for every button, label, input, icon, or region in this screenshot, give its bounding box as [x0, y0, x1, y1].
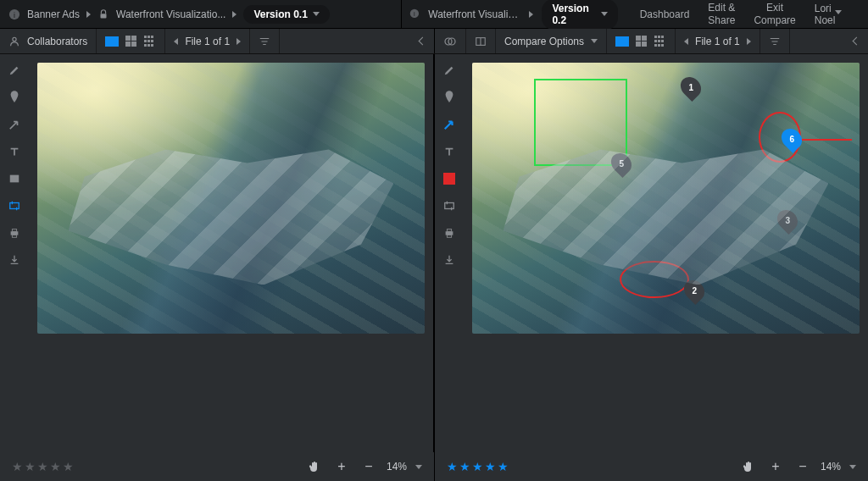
nav-edit-share[interactable]: Edit &Share: [703, 2, 740, 26]
svg-rect-11: [11, 231, 19, 235]
chevron-down-icon: [313, 12, 320, 16]
filter-button[interactable]: [250, 29, 280, 53]
rect-tool-icon[interactable]: [7, 171, 22, 186]
canvas-left[interactable]: [29, 54, 433, 452]
annotation-pin-5[interactable]: 5: [612, 152, 631, 174]
footer: ★★★★★ + − 14% ★★★★★ + − 14%: [0, 452, 868, 481]
info-icon[interactable]: i: [8, 8, 20, 20]
pan-hand-icon[interactable]: [305, 457, 324, 476]
filter-button-right[interactable]: [760, 29, 790, 53]
image-left: [37, 63, 425, 334]
collapse-right-button[interactable]: [790, 29, 868, 53]
star-icon[interactable]: ★: [447, 460, 458, 473]
compare-options-button[interactable]: Compare Options: [496, 29, 607, 53]
svg-rect-13: [12, 235, 16, 238]
svg-rect-17: [447, 235, 451, 238]
color-swatch-red[interactable]: [442, 171, 457, 186]
download-tool-icon[interactable]: [7, 252, 22, 268]
collapse-left-button[interactable]: [280, 29, 434, 53]
chevron-left-icon: [853, 37, 861, 46]
print-tool-icon[interactable]: [442, 225, 457, 240]
text-tool-icon[interactable]: [7, 144, 22, 159]
annotation-red-oval-2[interactable]: [620, 261, 689, 299]
zoom-level: 14%: [821, 461, 841, 473]
nav-dashboard[interactable]: Dashboard: [635, 8, 695, 20]
chevron-down-icon[interactable]: [849, 465, 856, 469]
pin-tool-icon[interactable]: [442, 90, 457, 105]
annotation-pin-3[interactable]: 3: [778, 209, 797, 231]
footer-right: ★★★★★ + − 14%: [434, 452, 868, 481]
secondbar-left: Collaborators File 1 of 1: [0, 29, 434, 53]
app-root: i Banner Ads Waterfront Visualizatio... …: [0, 0, 868, 481]
view-single-icon[interactable]: [105, 36, 119, 47]
download-tool-icon[interactable]: [442, 252, 457, 268]
svg-point-5: [13, 37, 16, 41]
version-pill-right[interactable]: Version 0.2: [542, 0, 617, 30]
svg-rect-9: [10, 175, 19, 183]
rating-right[interactable]: ★★★★★: [447, 460, 509, 473]
next-file-icon[interactable]: [747, 38, 751, 45]
view-single-icon[interactable]: [615, 36, 629, 47]
annotation-pin-1[interactable]: 1: [682, 76, 700, 98]
annotation-pin-2[interactable]: 2: [685, 279, 704, 301]
toolbar-right: [435, 54, 464, 452]
arrow-tool-icon[interactable]: [7, 117, 22, 132]
next-file-icon[interactable]: [236, 38, 241, 45]
view-mode-group-right: [607, 29, 676, 53]
file-counter: File 1 of 1: [695, 36, 740, 47]
svg-rect-12: [12, 229, 16, 232]
chevron-down-icon[interactable]: [415, 465, 422, 469]
topbar-right: i Waterfront Visualizatio... Version 0.2…: [401, 0, 868, 28]
chevron-down-icon: [835, 10, 842, 26]
view-grid2-icon[interactable]: [125, 36, 137, 47]
collaborators-button[interactable]: Collaborators: [0, 29, 97, 53]
view-grid3-icon[interactable]: [144, 36, 156, 47]
split-toggle[interactable]: [466, 29, 496, 53]
file-chevron-icon: [232, 11, 236, 18]
crop-tool-icon[interactable]: [7, 198, 22, 213]
prev-file-icon[interactable]: [174, 38, 178, 45]
svg-rect-16: [447, 229, 451, 232]
arrow-tool-icon[interactable]: [442, 117, 457, 132]
content: 1 5 6 3 2: [0, 54, 868, 452]
zoom-level: 14%: [387, 461, 407, 473]
info-icon[interactable]: i: [409, 8, 420, 20]
annotation-pin-6[interactable]: 6: [782, 128, 801, 150]
overlay-toggle[interactable]: [435, 29, 466, 53]
svg-text:i: i: [14, 10, 15, 19]
user-menu[interactable]: Lori Noel: [810, 3, 860, 26]
zoom-in-button[interactable]: +: [332, 457, 351, 476]
file-name-left[interactable]: Waterfront Visualizatio...: [116, 8, 225, 20]
pan-hand-icon[interactable]: [739, 457, 758, 476]
canvas-right[interactable]: 1 5 6 3 2: [464, 54, 868, 452]
rating-left[interactable]: ★★★★★: [12, 460, 74, 473]
person-icon: [8, 36, 20, 47]
pin-tool-icon[interactable]: [7, 90, 22, 105]
view-grid2-icon[interactable]: [636, 36, 648, 47]
file-counter: File 1 of 1: [185, 36, 230, 47]
footer-left: ★★★★★ + − 14%: [0, 452, 434, 481]
chevron-down-icon: [601, 12, 608, 16]
topbar-left: i Banner Ads Waterfront Visualizatio... …: [0, 0, 401, 28]
version-pill-left[interactable]: Version 0.1: [243, 5, 329, 24]
zoom-out-button[interactable]: −: [359, 457, 378, 476]
nav-exit-compare[interactable]: ExitCompare: [748, 2, 800, 26]
secondbar: Collaborators File 1 of 1: [0, 29, 868, 54]
image-right: 1 5 6 3 2: [472, 63, 860, 334]
breadcrumb[interactable]: Banner Ads: [27, 8, 80, 20]
print-tool-icon[interactable]: [7, 225, 22, 240]
zoom-in-button[interactable]: +: [766, 457, 785, 476]
star-icon[interactable]: ★: [12, 460, 23, 473]
text-tool-icon[interactable]: [442, 144, 457, 159]
pencil-tool-icon[interactable]: [442, 63, 457, 78]
pencil-tool-icon[interactable]: [7, 63, 22, 78]
viewer-right: 1 5 6 3 2: [435, 54, 868, 452]
viewer-left: [0, 54, 433, 452]
view-grid3-icon[interactable]: [654, 36, 666, 47]
zoom-out-button[interactable]: −: [793, 457, 812, 476]
annotation-green-rect[interactable]: [534, 79, 627, 165]
crop-tool-icon[interactable]: [442, 198, 457, 213]
file-name-right[interactable]: Waterfront Visualizatio...: [428, 8, 520, 20]
file-pager-left: File 1 of 1: [165, 29, 250, 53]
prev-file-icon[interactable]: [684, 38, 688, 45]
